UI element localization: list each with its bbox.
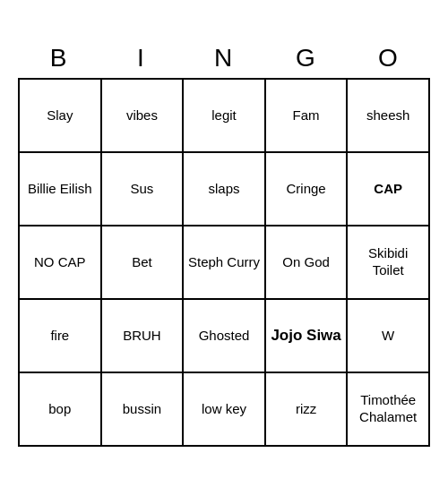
bingo-cell: NO CAP xyxy=(20,226,102,300)
header-letter: G xyxy=(265,40,348,78)
bingo-cell: bop xyxy=(20,373,102,447)
bingo-cell: Sus xyxy=(102,153,185,226)
bingo-cell: Slay xyxy=(20,80,102,153)
bingo-cell: Cringe xyxy=(266,153,349,226)
bingo-cell: Skibidi Toilet xyxy=(348,226,430,300)
header-letter: O xyxy=(348,40,430,78)
bingo-card: BINGO SlayvibeslegitFamsheeshBillie Eili… xyxy=(18,40,430,447)
bingo-cell: Steph Curry xyxy=(184,226,266,300)
bingo-cell: vibes xyxy=(102,80,185,153)
header-letter: B xyxy=(18,40,100,78)
header-letter: I xyxy=(100,40,183,78)
bingo-cell: On God xyxy=(266,226,349,300)
bingo-cell: legit xyxy=(184,80,266,153)
bingo-grid: SlayvibeslegitFamsheeshBillie EilishSuss… xyxy=(18,78,430,447)
bingo-cell: slaps xyxy=(184,153,266,226)
bingo-cell: Timothée Chalamet xyxy=(348,373,430,447)
bingo-cell: Ghosted xyxy=(184,300,266,373)
bingo-cell: Billie Eilish xyxy=(20,153,102,226)
bingo-cell: rizz xyxy=(266,373,349,447)
bingo-cell: bussin xyxy=(102,373,185,447)
bingo-cell: fire xyxy=(20,300,102,373)
bingo-cell: sheesh xyxy=(348,80,430,153)
header-letter: N xyxy=(183,40,265,78)
bingo-cell: CAP xyxy=(348,153,430,226)
bingo-cell: Jojo Siwa xyxy=(266,300,349,373)
bingo-cell: W xyxy=(348,300,430,373)
bingo-cell: Fam xyxy=(266,80,349,153)
bingo-cell: BRUH xyxy=(102,300,185,373)
bingo-header: BINGO xyxy=(18,40,430,78)
bingo-cell: Bet xyxy=(102,226,185,300)
bingo-cell: low key xyxy=(184,373,266,447)
